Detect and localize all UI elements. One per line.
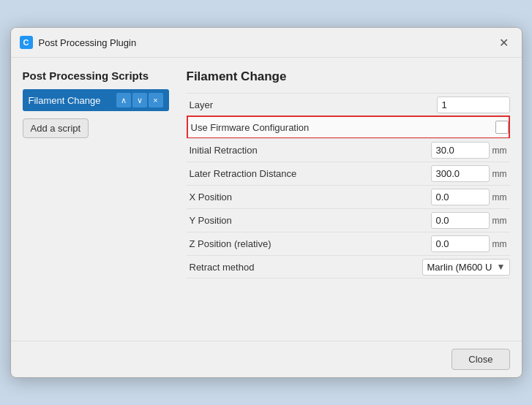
dialog-footer: Close: [11, 341, 522, 377]
y-unit: mm: [492, 216, 510, 226]
initial-retraction-input[interactable]: [431, 142, 490, 159]
x-position-input[interactable]: [431, 189, 490, 205]
field-z-value: mm: [431, 235, 510, 252]
later-retraction-unit: mm: [492, 169, 510, 179]
script-down-button[interactable]: ∨: [132, 93, 147, 107]
z-unit: mm: [492, 239, 510, 249]
field-y-value: mm: [431, 212, 510, 229]
close-dialog-button[interactable]: Close: [452, 349, 509, 370]
retract-method-select[interactable]: Marlin (M600 U) G1 G10/G11: [422, 259, 510, 276]
y-position-input[interactable]: [431, 212, 490, 229]
field-x-value: mm: [431, 189, 510, 205]
field-firmware-label: Use Firmware Configuration: [188, 119, 495, 136]
field-later-retraction-value: mm: [431, 165, 510, 182]
script-up-button[interactable]: ∧: [116, 93, 131, 107]
field-layer: Layer: [187, 93, 510, 116]
right-panel: Filament Change Layer Use Firmware Confi…: [187, 69, 510, 329]
later-retraction-input[interactable]: [431, 165, 490, 182]
field-y-label: Y Position: [187, 212, 431, 229]
script-item-filament-change[interactable]: Filament Change ∧ ∨ ×: [23, 89, 169, 111]
field-layer-label: Layer: [187, 96, 437, 113]
dialog-body: Post Processing Scripts Filament Change …: [11, 58, 522, 341]
initial-retraction-unit: mm: [492, 145, 510, 156]
left-panel-heading: Post Processing Scripts: [23, 69, 169, 82]
script-list: Filament Change ∧ ∨ ×: [23, 89, 169, 111]
dialog-title: Post Processing Plugin: [39, 37, 137, 48]
app-icon: C: [20, 36, 33, 49]
field-x-label: X Position: [187, 189, 431, 205]
field-later-retraction: Later Retraction Distance mm: [187, 162, 510, 185]
field-z-position: Z Position (relative) mm: [187, 232, 510, 255]
z-position-input[interactable]: [431, 235, 490, 252]
left-panel: Post Processing Scripts Filament Change …: [23, 69, 169, 329]
field-layer-value: [437, 96, 510, 113]
title-bar: C Post Processing Plugin ✕: [11, 28, 522, 58]
field-firmware-value: [495, 121, 509, 134]
field-retract-label: Retract method: [187, 259, 422, 276]
field-z-label: Z Position (relative): [187, 235, 431, 252]
layer-input[interactable]: [437, 96, 510, 113]
field-retract-value: Marlin (M600 U) G1 G10/G11 ▼: [422, 259, 510, 276]
right-panel-heading: Filament Change: [187, 69, 510, 84]
field-initial-retraction-value: mm: [431, 142, 510, 159]
firmware-config-checkbox[interactable]: [495, 121, 509, 134]
field-initial-retraction: Initial Retraction mm: [187, 138, 510, 162]
script-item-label: Filament Change: [29, 95, 101, 106]
field-later-retraction-label: Later Retraction Distance: [187, 165, 431, 182]
post-processing-dialog: C Post Processing Plugin ✕ Post Processi…: [10, 27, 522, 378]
field-y-position: Y Position mm: [187, 208, 510, 232]
script-remove-button[interactable]: ×: [149, 93, 163, 107]
field-firmware-config: Use Firmware Configuration: [187, 116, 510, 139]
x-unit: mm: [492, 192, 510, 202]
field-retract-method: Retract method Marlin (M600 U) G1 G10/G1…: [187, 255, 510, 279]
window-close-button[interactable]: ✕: [495, 34, 513, 51]
field-x-position: X Position mm: [187, 185, 510, 208]
field-initial-retraction-label: Initial Retraction: [187, 142, 431, 159]
script-item-controls: ∧ ∨ ×: [116, 93, 163, 107]
add-script-button[interactable]: Add a script: [23, 118, 89, 138]
